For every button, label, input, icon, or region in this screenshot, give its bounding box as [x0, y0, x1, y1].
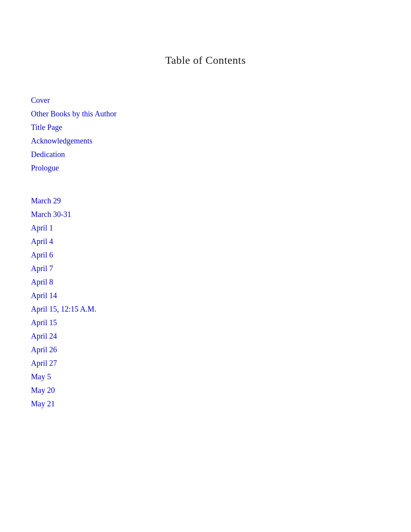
- toc-link-april-4[interactable]: April 4: [31, 235, 380, 248]
- section-spacer: [31, 186, 380, 194]
- toc-link-march-30-31[interactable]: March 30-31: [31, 208, 380, 221]
- toc-link-april-1[interactable]: April 1: [31, 221, 380, 235]
- toc-link-april-14[interactable]: April 14: [31, 289, 380, 302]
- toc-link-prologue[interactable]: Prologue: [31, 161, 380, 175]
- toc-link-may-5[interactable]: May 5: [31, 370, 380, 384]
- toc-link-acknowledgements[interactable]: Acknowledgements: [31, 134, 380, 148]
- toc-link-other-books-by-this-author[interactable]: Other Books by this Author: [31, 107, 380, 121]
- toc-link-march-29[interactable]: March 29: [31, 194, 380, 208]
- toc-link-april-8[interactable]: April 8: [31, 275, 380, 289]
- toc-link-april-26[interactable]: April 26: [31, 343, 380, 356]
- toc-link-april-15[interactable]: April 15: [31, 316, 380, 329]
- chapters-section: March 29March 30-31April 1April 4April 6…: [31, 194, 380, 411]
- toc-link-april-6[interactable]: April 6: [31, 248, 380, 262]
- toc-link-may-21[interactable]: May 21: [31, 397, 380, 411]
- toc-link-may-20[interactable]: May 20: [31, 384, 380, 397]
- front-matter-section: CoverOther Books by this AuthorTitle Pag…: [31, 94, 380, 175]
- page: Table of Contents CoverOther Books by th…: [0, 0, 411, 532]
- page-title: Table of Contents: [31, 54, 380, 66]
- toc-link-april-15-1215-am[interactable]: April 15, 12:15 A.M.: [31, 302, 380, 316]
- toc-link-title-page[interactable]: Title Page: [31, 121, 380, 134]
- toc-link-cover[interactable]: Cover: [31, 94, 380, 107]
- toc-link-april-7[interactable]: April 7: [31, 262, 380, 275]
- toc-link-april-24[interactable]: April 24: [31, 329, 380, 343]
- toc-link-april-27[interactable]: April 27: [31, 356, 380, 370]
- toc-link-dedication[interactable]: Dedication: [31, 148, 380, 161]
